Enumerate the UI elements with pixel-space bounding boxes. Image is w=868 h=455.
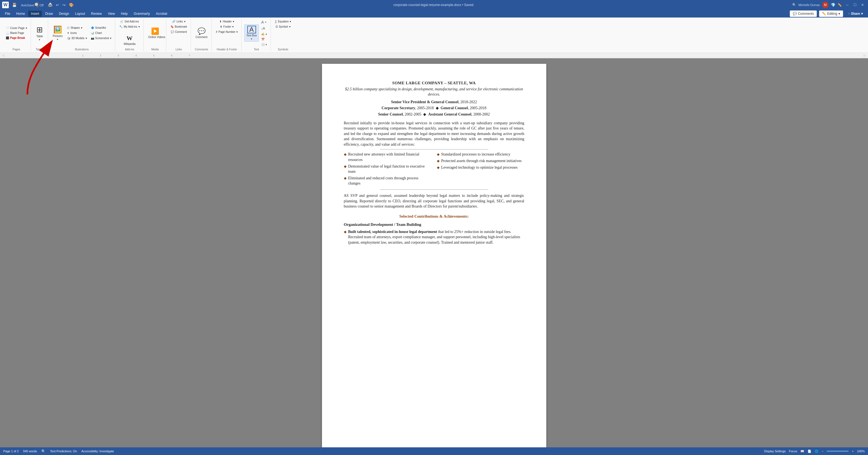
web-layout-icon[interactable]: 🌐 — [815, 450, 818, 453]
title-corp-sec: Corporate Secretary, 2005-2018 ◆ General… — [344, 105, 524, 111]
menu-design[interactable]: Design — [56, 11, 72, 17]
zoom-level[interactable]: 100% — [857, 450, 865, 453]
pictures-button[interactable]: 🖼️ Pictures ▾ — [51, 24, 65, 42]
links-button[interactable]: 🔗 Links ▾ — [171, 19, 187, 24]
wikipedia-icon: W — [127, 35, 133, 42]
symbol-button[interactable]: Ω Symbol ▾ — [274, 24, 292, 29]
get-addins-button[interactable]: 🛒 Get Add-ins — [119, 19, 140, 24]
text-group-label: Text — [254, 47, 259, 51]
pages-small-group: 📄 Cover Page ▾ 📃 Blank Page ⬛ Page Break — [4, 26, 28, 40]
focus-button[interactable]: Focus — [789, 450, 797, 453]
diamond-icon-2: ◆ — [344, 164, 347, 174]
minimize-button[interactable]: ─ — [844, 2, 850, 8]
document-area[interactable]: SOME LARGE COMPANY – SEATTLE, WA $2.5 bi… — [0, 58, 868, 455]
zoom-out-icon[interactable]: − — [822, 450, 824, 453]
user-name[interactable]: Michelle Dumas — [799, 3, 820, 6]
smartart-button[interactable]: 🔷 SmartArt — [89, 25, 113, 30]
menu-view[interactable]: View — [105, 11, 118, 17]
table-button[interactable]: ⊞ Table ▾ — [34, 24, 46, 42]
menu-home[interactable]: Home — [13, 11, 28, 17]
bookmark-button[interactable]: 🔖 Bookmark — [169, 24, 188, 29]
comments-button[interactable]: 💬 Comments — [790, 10, 817, 17]
icons-button[interactable]: ✦ Icons — [66, 31, 88, 35]
cover-page-button[interactable]: 📄 Cover Page ▾ — [4, 26, 28, 30]
wordart-button[interactable]: A ≡ — [260, 19, 268, 25]
text-box-button[interactable]: A Text Box ▾ — [244, 24, 258, 41]
proofing-icon[interactable]: 🔍 — [41, 449, 46, 453]
screenshot-icon: 📷 — [91, 37, 94, 40]
bookmark-icon: 🔖 — [170, 25, 174, 28]
menu-review[interactable]: Review — [88, 11, 104, 17]
document-title: corporate-counsel-legal-resume-example.d… — [77, 3, 790, 7]
color-icon[interactable]: 🎨 — [68, 2, 75, 8]
print-layout-icon[interactable]: 📄 — [808, 450, 811, 453]
chevron-down-icon-pagenum: ▾ — [236, 30, 238, 33]
dropcap-icon: ↓A — [261, 27, 265, 30]
dropcap-button[interactable]: ↓A — [260, 26, 268, 31]
bullet-col-right: ◆ Standardized processes to increase eff… — [437, 152, 524, 187]
chevron-down-icon-cover: ▾ — [26, 27, 27, 30]
editing-button[interactable]: ✏️ Editing ▾ — [819, 10, 843, 17]
redo-icon[interactable]: ↪ — [61, 2, 67, 8]
ribbon: 📄 Cover Page ▾ 📃 Blank Page ⬛ Page Break… — [0, 18, 868, 53]
text-predictions[interactable]: Text Predictions: On — [50, 450, 77, 453]
autosave-icon[interactable]: AutoSave Off — [19, 2, 46, 8]
equation-button[interactable]: ∑ Equation ▾ — [274, 19, 293, 24]
footer-icon: ⬇ — [220, 25, 222, 28]
object-button[interactable]: ⬜ ▾ — [260, 42, 268, 47]
document-page[interactable]: SOME LARGE COMPANY – SEATTLE, WA $2.5 bi… — [322, 64, 546, 455]
chart-button[interactable]: 📊 Chart — [89, 31, 113, 35]
menu-insert[interactable]: Insert — [28, 11, 42, 17]
share-icon: ↑ — [848, 12, 850, 16]
maximize-button[interactable]: ☐ — [851, 2, 858, 8]
page-break-icon: ⬛ — [6, 36, 9, 39]
datetime-button[interactable]: 📅 — [260, 37, 268, 41]
user-avatar[interactable]: M — [822, 2, 829, 8]
share-button[interactable]: ↑ Share ▾ — [845, 10, 866, 17]
menu-file[interactable]: File — [2, 11, 13, 17]
comment-link-button[interactable]: 💬 Comment — [169, 30, 188, 34]
status-bar: Page 1 of 2 945 words 🔍 Text Predictions… — [0, 447, 868, 455]
chevron-down-icon-table: ▾ — [39, 38, 40, 41]
print-icon[interactable]: 🖨️ — [47, 2, 54, 8]
close-button[interactable]: ✕ — [859, 2, 866, 8]
wikipedia-button[interactable]: W Wikipedia — [122, 33, 137, 47]
blank-page-button[interactable]: 📃 Blank Page — [4, 31, 28, 35]
menu-acrobat[interactable]: Acrobat — [153, 11, 170, 17]
zoom-in-icon[interactable]: + — [852, 450, 854, 453]
ribbon-group-symbols: ∑ Equation ▾ Ω Symbol ▾ Symbols — [271, 19, 295, 52]
undo-icon[interactable]: ↩ — [55, 2, 60, 8]
3d-models-button[interactable]: 🎲 3D Models ▾ — [66, 36, 88, 40]
comment-button[interactable]: 💬 Comment — [194, 26, 209, 40]
diamond-icon[interactable]: 💎 — [831, 3, 835, 7]
word-count[interactable]: 945 words — [23, 450, 37, 453]
comment-icon2: 💬 — [197, 27, 206, 35]
pen-icon[interactable]: ✏️ — [838, 3, 842, 7]
autosave-toggle[interactable] — [36, 2, 38, 8]
ribbon-group-header-footer: ⬆ Header ▾ ⬇ Footer ▾ # Page Number ▾ He… — [212, 19, 242, 52]
my-addins-button[interactable]: 🔧 My Add-ins ▾ — [118, 24, 141, 29]
shapes-button[interactable]: ⬠ Shapes ▾ — [66, 25, 88, 30]
zoom-slider[interactable] — [827, 451, 848, 452]
page-break-button[interactable]: ⬛ Page Break — [4, 36, 28, 40]
pages-items: 📄 Cover Page ▾ 📃 Blank Page ⬛ Page Break — [4, 19, 28, 47]
read-layout-icon[interactable]: 📖 — [800, 450, 804, 453]
display-settings[interactable]: Display Settings — [764, 450, 786, 453]
ribbon-group-illustrations: 🖼️ Pictures ▾ ⬠ Shapes ▾ ✦ Icons � — [49, 19, 116, 52]
search-icon[interactable]: 🔍 — [792, 3, 796, 7]
accessibility[interactable]: Accessibility: Investigate — [81, 450, 114, 453]
menu-grammarly[interactable]: Grammarly — [131, 11, 153, 17]
word-app-icon[interactable]: W — [2, 2, 9, 8]
annotation-arrow — [0, 58, 88, 103]
footer-button[interactable]: ⬇ Footer ▾ — [219, 24, 235, 29]
screenshot-button[interactable]: 📷 Screenshot ▾ — [89, 36, 113, 40]
save-icon[interactable]: 💾 — [11, 2, 18, 8]
signature-button[interactable]: ✍ ▾ — [260, 32, 268, 36]
menu-help[interactable]: Help — [118, 11, 130, 17]
menu-layout[interactable]: Layout — [72, 11, 88, 17]
online-videos-button[interactable]: ▶️ Online Videos — [146, 26, 164, 40]
links-icon: 🔗 — [172, 20, 175, 23]
menu-draw[interactable]: Draw — [42, 11, 56, 17]
page-number-button[interactable]: # Page Number ▾ — [214, 30, 239, 34]
header-button[interactable]: ⬆ Header ▾ — [218, 19, 236, 24]
